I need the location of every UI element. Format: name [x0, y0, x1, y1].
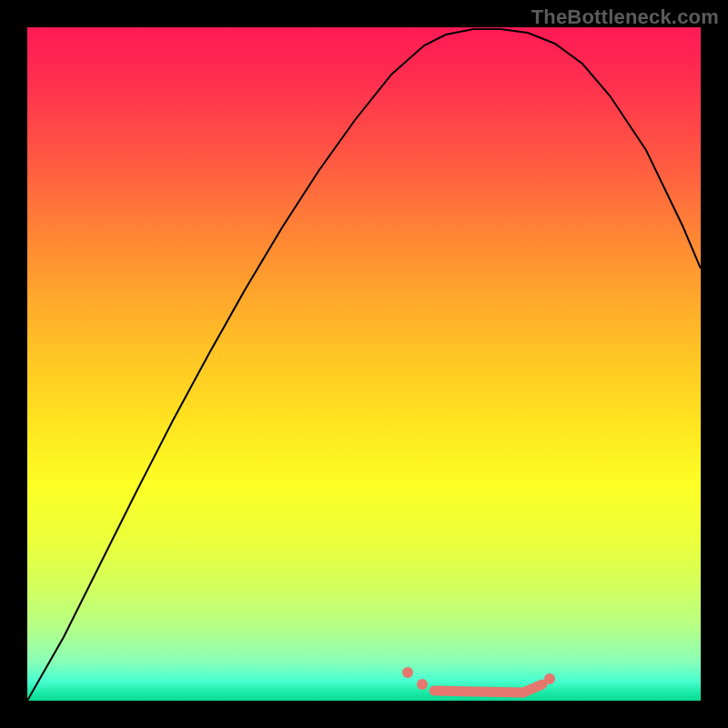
watermark-text: TheBottleneck.com	[531, 5, 719, 29]
optimal-range-markers	[402, 667, 555, 693]
marker-dot	[544, 673, 555, 684]
marker-dot	[402, 667, 413, 678]
bottleneck-curve	[27, 29, 701, 701]
chart-frame: TheBottleneck.com	[0, 0, 728, 728]
plot-area	[27, 27, 701, 701]
curve-svg	[27, 27, 701, 701]
marker-dot	[417, 679, 428, 690]
marker-segment	[434, 691, 523, 693]
marker-segment	[523, 684, 542, 693]
